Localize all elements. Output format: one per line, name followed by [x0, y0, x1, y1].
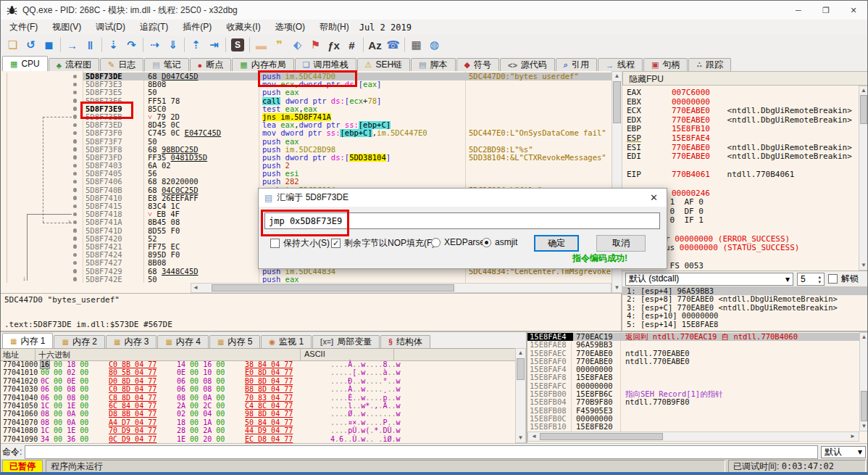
disasm-comment[interactable]: 5DC447D0:"bytes_userdef" [465, 73, 612, 80]
scroll-thumb[interactable] [540, 433, 663, 440]
tab-dump-4[interactable]: ▦内存 4 [157, 335, 208, 348]
open-file-icon[interactable]: ❏ [4, 37, 22, 53]
register-line[interactable]: EDI770EABE0 <ntdll.DbgUiRemoteBreakin> [627, 152, 859, 162]
breakpoint-dot-icon[interactable] [73, 123, 78, 128]
run-to-user-code-icon[interactable]: ⇥ [205, 37, 223, 53]
disasm-comment[interactable]: 5DC2BD98:L"%s" [465, 146, 612, 154]
dump-vertical-scrollbar[interactable]: ▲ ▼ [515, 348, 526, 443]
seh-chain-icon[interactable]: S [231, 38, 244, 51]
scroll-up-icon[interactable]: ▲ [859, 86, 868, 95]
disasm-comment[interactable] [465, 80, 612, 88]
menu-item[interactable]: 帮助(H) [312, 20, 356, 33]
register-line[interactable]: EBP15E8FB10 [627, 125, 859, 134]
disasm-bytes[interactable]: 8B08 [143, 80, 259, 88]
tab-source[interactable]: <>源代码 [500, 58, 555, 71]
tab-struct[interactable]: §结构体 [380, 335, 430, 348]
disasm-instruction[interactable]: push dword ptr ds:[5DD38104] [259, 154, 465, 162]
disasm-address[interactable]: 5D8F7429 [83, 268, 143, 276]
disasm-address[interactable]: 5D8F7406 [83, 178, 143, 186]
breakpoint-dot-icon[interactable] [73, 139, 78, 144]
disasm-bytes[interactable]: 68 3448C45D [143, 268, 259, 276]
disasm-horizontal-scrollbar[interactable]: ◄ [191, 283, 612, 293]
command-input[interactable] [25, 445, 818, 459]
run-icon[interactable]: → [63, 37, 81, 53]
breakpoint-dot-icon[interactable] [73, 180, 78, 184]
menu-item[interactable]: 调试(D) [88, 20, 133, 33]
stack-horizontal-scrollbar[interactable]: ◄ ► [527, 431, 859, 442]
disasm-row[interactable]: 5D8F740668 82020000push 282 [1, 178, 612, 186]
menu-item[interactable]: 文件(F) [2, 20, 45, 33]
disasm-comment[interactable] [465, 178, 612, 186]
xedparse-radio[interactable] [431, 238, 441, 247]
scroll-thumb[interactable] [613, 81, 621, 123]
disasm-comment[interactable] [465, 88, 612, 96]
disasm-address[interactable]: 5D8F73E5 [83, 88, 143, 96]
breakpoint-dot-icon[interactable] [73, 261, 78, 265]
stop-icon[interactable]: ◼ [40, 37, 58, 53]
patches-icon[interactable]: ▬ [252, 37, 270, 53]
disasm-comment[interactable] [465, 138, 612, 146]
breakpoint-dot-icon[interactable] [73, 147, 78, 152]
restart-icon[interactable]: ↺ [22, 37, 40, 53]
breakpoint-dot-icon[interactable] [73, 155, 78, 160]
tab-cpu[interactable]: ▦CPU [2, 56, 48, 71]
labels-icon[interactable]: ⬖ [288, 37, 306, 53]
dump-row[interactable]: 7704100016 00 18 00C0 8B 04 7714 00 16 0… [1, 360, 515, 368]
breakpoint-dot-icon[interactable] [73, 91, 78, 95]
disasm-address[interactable]: 5D8F73F0 [83, 129, 143, 137]
disasm-instruction[interactable]: jns im.5D8F741A [259, 113, 465, 121]
breakpoint-dot-icon[interactable] [73, 115, 78, 119]
dialog-title-bar[interactable]: ▤ 汇编于 5D8F73DE ✕ [259, 189, 667, 207]
minimize-button[interactable]: ─ [785, 1, 812, 20]
keep-size-checkbox[interactable] [270, 239, 280, 248]
scroll-up-icon[interactable]: ▲ [860, 333, 868, 342]
dump-row[interactable]: 770410501C 00 1E 006C 84 04 772A 00 2C 0… [1, 402, 515, 410]
breakpoint-dot-icon[interactable] [73, 188, 78, 192]
dump-row[interactable]: 7704106008 00 0A 00D8 8B 04 7702 00 04 0… [1, 410, 515, 418]
disasm-comment[interactable] [465, 170, 612, 178]
breakpoint-dot-icon[interactable] [73, 83, 78, 87]
dialog-close-icon[interactable]: ✕ [647, 192, 661, 203]
tab-dump-2[interactable]: ▦内存 2 [54, 335, 104, 348]
disasm-comment[interactable] [465, 121, 612, 129]
scroll-down-icon[interactable]: ▼ [612, 284, 622, 292]
menu-item[interactable]: 视图(V) [45, 20, 88, 33]
disasm-bytes[interactable]: 6A 02 [143, 162, 259, 170]
close-button[interactable]: ✕ [840, 1, 867, 20]
xedparse-option[interactable]: XEDParse [431, 237, 485, 247]
disasm-instruction[interactable]: push 282 [259, 178, 465, 186]
breakpoint-dot-icon[interactable] [73, 205, 78, 209]
register-line[interactable]: EDX770EABE0 <ntdll.DbgUiRemoteBreakin> [627, 116, 859, 125]
comments-icon[interactable]: ❞ [270, 37, 288, 53]
tab-call-stack[interactable]: ❏调用堆栈 [295, 58, 356, 71]
disasm-instruction[interactable]: push eax [259, 138, 465, 146]
spin-down-icon[interactable]: ▾ [818, 279, 821, 284]
strings-icon[interactable]: Az [366, 37, 384, 53]
disasm-comment[interactable] [465, 105, 612, 113]
breakpoint-dot-icon[interactable] [73, 131, 78, 136]
breakpoint-dot-icon[interactable] [73, 253, 78, 257]
globe-icon[interactable]: ◍ [425, 37, 443, 53]
step-into-icon[interactable]: ⇣ [104, 37, 122, 53]
tab-threads[interactable]: →线程 [598, 58, 643, 71]
tab-script[interactable]: ▤脚本 [411, 58, 455, 71]
disasm-instruction[interactable]: push im.5DC2BD98 [259, 146, 465, 154]
argument-row[interactable]: 5: [esp+14] 15E8FAE8 [622, 321, 868, 329]
tab-locals[interactable]: [x=]局部变量 [312, 335, 380, 348]
dump-row[interactable]: 7704101000 00 02 0080 5B 04 770E 00 10 0… [1, 368, 515, 376]
argument-row[interactable]: 4: [esp+10] 00000000 [622, 312, 868, 320]
phone-icon[interactable]: ☎ [384, 37, 402, 53]
functions-icon[interactable]: ƒx [325, 37, 343, 53]
dump-row[interactable]: 770410200C 00 0E 00D0 8D 04 7706 00 08 0… [1, 377, 515, 385]
disasm-instruction[interactable]: mov ecx,dword ptr ds:[eax] [259, 80, 465, 88]
disasm-row[interactable]: 5D8F73E550push eax [1, 88, 612, 96]
asmjit-radio[interactable] [482, 238, 491, 247]
stack-row[interactable]: 15E8FB1015E8FB20 [527, 423, 859, 431]
breakpoint-dot-icon[interactable] [73, 196, 78, 200]
tab-symbols[interactable]: ◆符号 [456, 58, 499, 71]
arg-count-stepper[interactable]: 5 ▴ ▾ [797, 273, 825, 286]
convention-dropdown[interactable]: 默认 (stdcall) ▾ [625, 273, 793, 286]
menu-item[interactable]: 插件(P) [175, 20, 219, 33]
nop-fill-checkbox[interactable]: ✓ [331, 239, 341, 248]
disasm-instruction[interactable]: lea eax,dword ptr ss:[ebp+C] [259, 121, 465, 129]
